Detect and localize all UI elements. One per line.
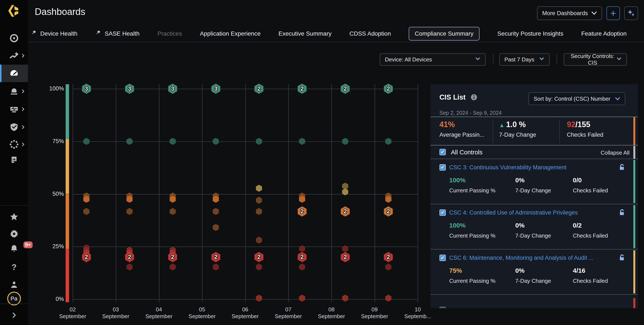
unlock-icon[interactable] — [618, 253, 626, 263]
hex-point[interactable] — [299, 295, 305, 302]
csc-row-title[interactable]: CSC 4: Controlled Use of Administrative … — [449, 209, 611, 216]
more-dashboards-button[interactable]: More Dashboards — [537, 7, 602, 20]
hex-point[interactable] — [385, 263, 392, 270]
csc-row-checkbox[interactable]: ✔ — [440, 255, 446, 261]
sidebar-item-help[interactable]: ? — [0, 259, 28, 275]
hex-point[interactable] — [213, 263, 219, 270]
hex-point[interactable] — [126, 208, 132, 215]
hex-point[interactable] — [385, 138, 392, 145]
hex-point[interactable]: 3 — [212, 84, 220, 94]
tab-application-experience[interactable]: Application Experience — [200, 30, 261, 37]
sidebar-item-incidents[interactable] — [0, 30, 28, 47]
hex-point[interactable] — [256, 197, 262, 204]
hex-point[interactable] — [256, 236, 262, 243]
sidebar-item-account[interactable]: Pa — [0, 290, 28, 307]
csc-row-title[interactable]: CSC 3: Continuous Vulnerability Manageme… — [449, 164, 611, 171]
hex-point[interactable]: 2 — [298, 84, 307, 94]
sidebar-item-reports[interactable] — [0, 151, 28, 169]
sidebar-item-integrations[interactable] — [0, 136, 28, 153]
hex-point[interactable]: 2 — [384, 84, 393, 94]
hex-point[interactable]: 2 — [341, 252, 350, 262]
chevron-right-icon[interactable] — [20, 89, 26, 94]
chevron-right-icon[interactable] — [20, 125, 26, 130]
hex-point[interactable] — [170, 208, 176, 215]
csc-row-title[interactable]: CSC 6: Maintenance, Monitoring and Analy… — [449, 255, 611, 261]
hex-point[interactable]: 3 — [125, 84, 134, 94]
collapse-all-button[interactable]: Collapse All — [600, 150, 630, 156]
csc-row-checkbox[interactable]: ✔ — [440, 164, 446, 171]
hex-point[interactable]: 2 — [254, 84, 264, 94]
hex-point[interactable] — [299, 245, 305, 252]
hex-point[interactable] — [299, 138, 305, 145]
hex-point[interactable] — [256, 295, 262, 302]
hex-point[interactable] — [256, 208, 262, 215]
palo-alto-logo-icon[interactable] — [6, 4, 20, 18]
hex-point[interactable] — [213, 224, 219, 231]
sidebar-item-dashboards[interactable] — [0, 65, 28, 82]
hex-point[interactable] — [170, 138, 176, 145]
tab-executive-summary[interactable]: Executive Summary — [278, 30, 332, 37]
sidebar-item-devices[interactable] — [0, 100, 28, 118]
sidebar-item-notifications[interactable]: 9+ — [0, 240, 28, 257]
tab-practices[interactable]: Practices — [158, 30, 182, 37]
hex-point[interactable] — [170, 263, 176, 270]
hex-point[interactable]: 2 — [254, 252, 264, 262]
sidebar-item-settings[interactable] — [0, 225, 28, 241]
hex-point[interactable] — [299, 263, 305, 270]
info-icon[interactable] — [470, 94, 478, 101]
chevron-right-icon[interactable] — [20, 107, 26, 112]
tab-sase-health[interactable]: SASE Health — [95, 30, 139, 38]
filter-past-7-days[interactable]: Past 7 Days — [499, 53, 550, 66]
csc-row-checkbox[interactable]: ✔ — [440, 209, 446, 216]
sidebar-item-alerts[interactable] — [0, 83, 28, 100]
csc-row-checkbox[interactable] — [440, 307, 446, 308]
sidebar-item-expand[interactable] — [0, 307, 28, 323]
hex-point[interactable]: 2 — [298, 206, 307, 216]
hex-point[interactable] — [83, 138, 90, 145]
hex-point[interactable] — [256, 138, 262, 145]
hex-point[interactable] — [385, 295, 392, 302]
hex-point[interactable] — [213, 138, 219, 145]
hex-point[interactable]: 2 — [125, 252, 134, 262]
hex-point[interactable] — [342, 138, 348, 145]
hex-point[interactable]: 2 — [341, 206, 350, 216]
hex-point[interactable] — [256, 185, 262, 192]
tab-compliance-summary[interactable]: Compliance Summary — [409, 27, 479, 41]
tab-security-posture-insights[interactable]: Security Posture Insights — [498, 30, 564, 37]
unlock-icon[interactable] — [618, 163, 626, 172]
hex-point[interactable] — [83, 208, 90, 215]
scrollbar-thumb[interactable] — [633, 146, 635, 159]
avatar[interactable]: Pa — [7, 292, 21, 305]
tab-device-health[interactable]: Device Health — [31, 30, 77, 38]
filter-security-controls[interactable]: Security Controls: CIS — [564, 53, 627, 66]
sidebar-item-favorites[interactable] — [0, 209, 28, 225]
chevron-right-icon[interactable] — [20, 53, 26, 58]
filter-device[interactable]: Device: All Devices — [380, 53, 486, 66]
unlock-icon[interactable] — [618, 208, 626, 217]
hex-point[interactable] — [342, 295, 348, 302]
hex-point[interactable] — [256, 263, 262, 270]
ai-sparkle-button[interactable] — [624, 7, 638, 20]
all-controls-checkbox[interactable]: ✔ — [440, 149, 446, 155]
tab-cdss-adoption[interactable]: CDSS Adoption — [350, 30, 391, 37]
hex-point[interactable]: 3 — [168, 84, 177, 94]
hex-count-label: 2 — [85, 254, 88, 260]
tab-feature-adoption[interactable]: Feature Adoption — [581, 30, 626, 37]
sidebar-item-security-posture[interactable] — [0, 118, 28, 136]
add-dashboard-button[interactable]: + — [606, 7, 620, 20]
hex-point[interactable]: 2 — [384, 252, 393, 262]
hex-point[interactable]: 2 — [384, 206, 393, 216]
hex-point[interactable] — [126, 138, 132, 145]
sidebar-item-automation[interactable] — [0, 47, 28, 64]
chevron-right-icon[interactable] — [20, 142, 26, 147]
hex-point[interactable]: 2 — [341, 84, 350, 94]
hex-point[interactable] — [213, 208, 219, 215]
hex-point[interactable]: 3 — [82, 84, 91, 94]
hex-point[interactable]: 2 — [212, 252, 220, 262]
hex-point[interactable]: 2 — [298, 252, 307, 262]
sort-by-dropdown[interactable]: Sort by: Control (CSC) Number — [528, 92, 625, 105]
hex-point[interactable] — [126, 263, 132, 270]
hex-point[interactable] — [342, 245, 348, 252]
hex-point[interactable]: 2 — [168, 252, 177, 262]
hex-point[interactable]: 2 — [82, 252, 91, 262]
